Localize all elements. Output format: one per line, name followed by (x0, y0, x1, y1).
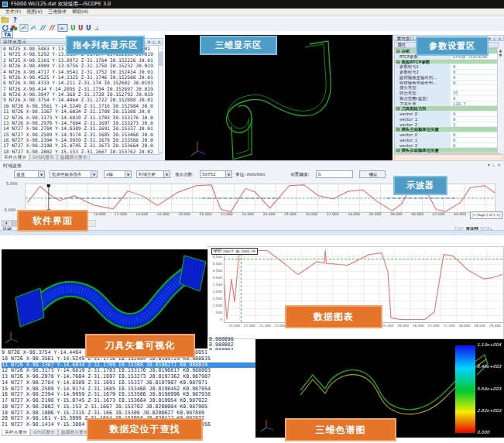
menu-item[interactable]: 帮助(H) (72, 9, 88, 15)
ribbon-end-fin-left (15, 288, 44, 327)
property-row[interactable]: vector_20 (395, 143, 499, 149)
gcode-row[interactable]: 16 N727 X-98.2394 Y-14.9959 Z-31.1679 I0… (2, 137, 159, 143)
close-icon[interactable]: × (157, 39, 161, 44)
gcode-sample-list[interactable]: 0 N725 X-98.5483 Y-13.7403 Z-31.1782 I0.… (1, 45, 159, 155)
x-tick-label: 28,000 (458, 324, 470, 328)
x-tick-label: 18,000 (178, 212, 190, 216)
tab-inactive[interactable]: G代码显示 (30, 429, 58, 436)
property-group-row[interactable]: ⊟ 刀具初始方向 (395, 106, 499, 112)
close-icon[interactable]: × (498, 36, 502, 41)
svg-text:?: ? (13, 17, 17, 23)
u-vector-icon-3[interactable]: U (86, 25, 91, 32)
infinity-icon[interactable]: ∞ (58, 25, 67, 32)
chart-y-ticks: 5,0004,5004,0003,5003,0002,5002,0001,500… (209, 248, 222, 321)
x-tick-label: 26,000 (262, 212, 275, 216)
property-row[interactable]: 参数组号10 (395, 64, 499, 70)
property-row[interactable]: 旋转轴角度输出判...0 (395, 81, 499, 86)
color-scale-value: 5.64e+003 (477, 386, 503, 391)
refresh-icon[interactable] (3, 25, 9, 30)
page-navigator[interactable]: |< Page 1 of 1 >| (470, 211, 502, 219)
gcode-row[interactable]: 17 N727 X-98.2198 Y-15.0745 Z-31.1673 I0… (2, 143, 159, 148)
property-row[interactable]: 旋转轴角度输出判...0 (395, 75, 499, 81)
gcode-row[interactable]: 5 N726 X-98.4525 Y-14.1325 Z-31.1746 I0.… (2, 74, 159, 80)
gcode-row[interactable]: 9 N726 X-98.3754 Y-14.4464 Z-31.1722 I0.… (2, 97, 159, 102)
property-group-row[interactable]: ⊟ 摆头从动轴单位矢量 (395, 148, 499, 153)
property-row[interactable]: vector_10 (395, 138, 499, 143)
ta-button[interactable]: TA (2, 31, 13, 38)
unit-label: 单位: mm/min (235, 170, 265, 178)
axis-select-dropdown[interactable]: x轴▼ (104, 170, 132, 178)
palette-icon[interactable] (10, 26, 17, 31)
gcode-row[interactable]: 6 N726 X-98.4333 Y-14.211 Z-31.174 I0.15… (2, 80, 159, 85)
gcode-row[interactable]: 15 N727 X-98.2589 Y-14.9174 Z-31.1685 I0… (2, 132, 159, 137)
gcode-row[interactable]: 14 N727 X-98.2784 Y-14.8389 Z-31.1691 I0… (2, 125, 159, 131)
help-icon[interactable]: ? (13, 17, 17, 23)
property-row[interactable]: 刀具长度110.7 (395, 101, 499, 107)
close-icon[interactable]: × (497, 162, 501, 167)
confirm-button[interactable]: 确认 (359, 170, 386, 178)
property-row[interactable]: 转台类型35 (395, 91, 499, 96)
x-tick-label: 26,500 (413, 324, 424, 328)
slash-icon-1[interactable] (40, 25, 46, 30)
property-group-row[interactable]: ⊟ 摆头主动轴单位矢量 (395, 127, 499, 132)
gcode-row[interactable]: 11 N726 X-98.3367 Y-14.6034 Z-31.1709 I0… (2, 108, 159, 114)
u-vector-icon-2[interactable]: U (78, 25, 84, 32)
open-file-icon[interactable] (2, 17, 9, 22)
property-panel-caption-label: 属性窗口 (396, 36, 415, 41)
perpendicular-icon[interactable]: ⊥ (94, 25, 100, 32)
dropdown-caption-icon[interactable]: ▾ (148, 39, 150, 44)
dropdown-caption-icon[interactable]: ▾ (488, 162, 490, 167)
points-count-combo[interactable]: 50752▼ (200, 170, 232, 178)
property-group-row[interactable]: ⊟ 系统RTCP参数 (395, 60, 499, 65)
fan-icon-1[interactable] (20, 25, 28, 32)
gcode-row[interactable]: 3 N726 X-98.4909 Y-13.9756 Z-31.1758 I0.… (2, 63, 159, 68)
data-locate-list[interactable]: 9 N726 X-98.3754 Y-14.4464 Z-31.1722 I0.… (2, 350, 255, 428)
x-tick-label: 21,000 (244, 324, 255, 328)
chevron-down-icon: ▼ (225, 171, 231, 177)
y-tick-label: 1,000 (212, 304, 222, 307)
menu-item[interactable]: 文件(F) (5, 9, 21, 15)
svg-text:⊥: ⊥ (94, 25, 100, 32)
fan-icon-2[interactable] (31, 26, 36, 30)
u-vector-icon-1[interactable]: U (70, 25, 76, 32)
gcode-row[interactable]: 7 N726 X-98.414 Y-14.2895 Z-31.1734 I0.1… (2, 86, 159, 91)
svg-text:U: U (86, 25, 91, 32)
gcode-row[interactable]: 13 N726 X-98.2978 Y-14.7604 Z-31.1697 I0… (2, 120, 159, 125)
property-row[interactable]: 极点范围(弧度)0 (395, 96, 499, 101)
gcode-row[interactable]: 10 N726 X-98.3561 Y-14.5249 Z-31.1716 I0… (2, 103, 159, 108)
threshold-input[interactable]: 0 (316, 170, 353, 178)
color-scale-value: 2.82e+003 (477, 408, 503, 413)
svg-text:U: U (78, 25, 84, 32)
y-axis-min-label: -5,000 (3, 208, 15, 212)
signal-select-dropdown[interactable]: 速度▼ (14, 170, 45, 178)
x-tick-label: 30,000 (305, 212, 317, 216)
coord-system-dropdown[interactable]: 机床坐标系指令▼ (50, 170, 98, 178)
property-row[interactable]: vector_10 (395, 117, 499, 122)
property-grid-scrollbar[interactable]: ▲▼ (497, 48, 503, 153)
gcode-row[interactable]: 8 N726 X-98.3947 Y-14.368 Z-31.1728 I0.1… (2, 91, 159, 97)
pin-icon[interactable]: ⊥ (492, 36, 496, 41)
property-row[interactable]: vector_00 (395, 132, 499, 138)
property-row[interactable]: vector_00 (395, 112, 499, 117)
pin-icon[interactable]: ⊥ (152, 39, 156, 44)
analysis-mode-dropdown[interactable]: 时域分析▼ (136, 170, 170, 178)
left-list-scrollbar[interactable] (158, 45, 163, 153)
menu-item[interactable]: 视图(V) (26, 9, 43, 15)
slash-icon-2[interactable] (50, 25, 55, 30)
pin-icon[interactable]: ⊥ (492, 162, 495, 167)
property-row[interactable]: 摆头类型 (395, 85, 499, 91)
menu-item[interactable]: 三维操作 (48, 9, 67, 15)
callout-instruction-list: 指令列表显示区 (66, 36, 145, 55)
axis-triad-icon (261, 420, 273, 431)
threshold-label: 设置阈值: (290, 170, 309, 178)
gcode-row[interactable]: 12 N726 X-98.3173 Y-14.6819 Z-31.1703 I0… (2, 115, 159, 120)
scroll-left-icon[interactable] (2, 221, 9, 226)
gcode-row[interactable]: 2 N725 X-98.5101 Y-13.8972 Z-31.1764 I0.… (2, 57, 159, 63)
dropdown-caption-icon[interactable]: ▾ (489, 36, 491, 41)
tab-active[interactable]: 采样点显示 (2, 429, 30, 436)
property-row[interactable]: 参数组号20 (395, 70, 499, 75)
x-tick-label: 36,000 (369, 212, 381, 216)
callout-software-ui: 软件界面 (17, 210, 88, 232)
property-row[interactable]: vector_21 (395, 122, 499, 128)
gcode-row[interactable]: 4 N726 X-98.4717 Y-14.0541 Z-31.1752 I0.… (2, 69, 159, 74)
